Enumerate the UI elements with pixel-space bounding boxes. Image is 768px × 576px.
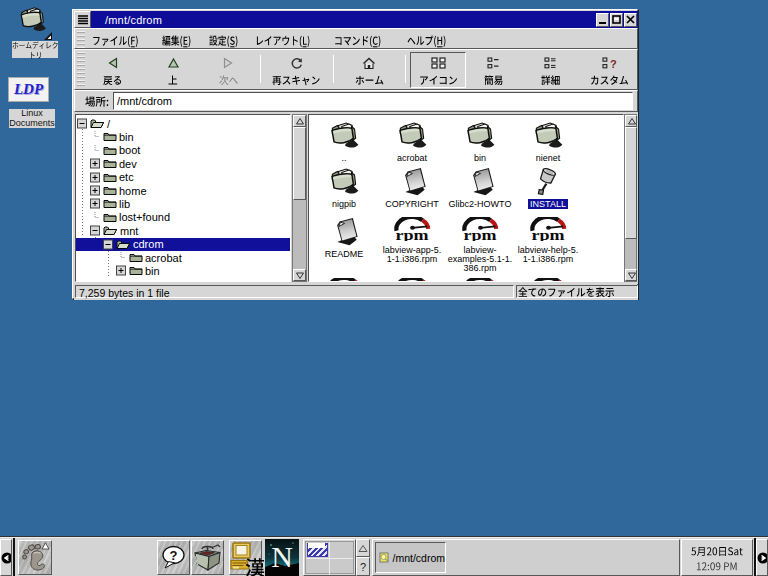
svg-text:N: N — [271, 540, 293, 573]
svg-text:rpm: rpm — [532, 227, 565, 242]
svg-text:?: ? — [170, 548, 178, 563]
svg-text:?: ? — [610, 58, 617, 70]
svg-text:rpm: rpm — [464, 227, 497, 242]
svg-text:rpm: rpm — [396, 227, 429, 242]
